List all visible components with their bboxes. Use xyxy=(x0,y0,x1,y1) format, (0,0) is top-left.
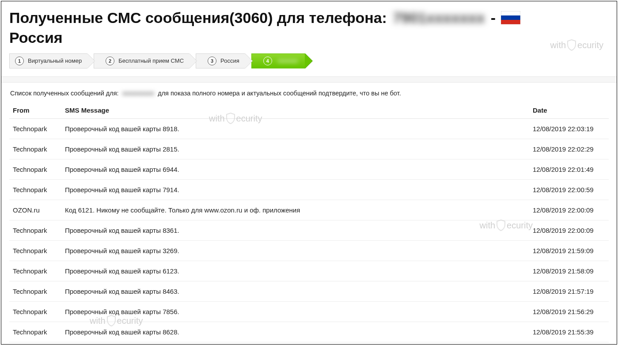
cell-date: 12/08/2019 22:00:59 xyxy=(529,179,609,200)
cell-message: Проверочный код вашей карты 3269. xyxy=(61,240,529,261)
cell-message: Проверочный код вашей карты 8361. xyxy=(61,220,529,240)
cell-date: 12/08/2019 22:03:19 xyxy=(529,118,609,139)
breadcrumb-step-label: Бесплатный прием СМС xyxy=(118,57,184,64)
title-country: Россия xyxy=(9,29,63,46)
table-row: TechnoparkПроверочный код вашей карты 32… xyxy=(9,240,609,261)
cell-date: 12/08/2019 21:59:09 xyxy=(529,240,609,261)
table-row: OZON.ruКод 6121. Никому не сообщайте. То… xyxy=(9,200,609,220)
svg-rect-1 xyxy=(501,15,520,20)
cell-from: Technopark xyxy=(9,322,61,342)
cell-date: 12/08/2019 21:57:19 xyxy=(529,281,609,301)
table-row: TechnoparkПроверочный код вашей карты 83… xyxy=(9,220,609,240)
cell-date: 12/08/2019 21:58:09 xyxy=(529,261,609,281)
table-row: TechnoparkПроверочный код вашей карты 28… xyxy=(9,139,609,159)
table-row: TechnoparkПроверочный код вашей карты 89… xyxy=(9,118,609,139)
breadcrumb-step-label-blurred: xxxxxxx xyxy=(276,57,300,64)
breadcrumb-step-number: 1 xyxy=(15,57,24,65)
notice-number-blurred: xxxxxxxxxx xyxy=(121,90,156,97)
cell-from: Technopark xyxy=(9,179,61,200)
cell-message: Проверочный код вашей карты 8628. xyxy=(61,322,529,342)
breadcrumb-step-2[interactable]: 2 Бесплатный прием СМС xyxy=(94,53,190,68)
cell-from: Technopark xyxy=(9,220,61,240)
notice-suffix: для показа полного номера и актуальных с… xyxy=(158,90,401,97)
cell-message: Проверочный код вашей карты 6944. xyxy=(61,159,529,179)
notice-text: Список полученных сообщений для: xxxxxxx… xyxy=(9,86,609,102)
notice-prefix: Список полученных сообщений для: xyxy=(10,90,121,97)
title-sep: - xyxy=(491,9,500,26)
table-header-row: From SMS Message Date xyxy=(9,102,609,119)
breadcrumb-step-number: 3 xyxy=(208,57,216,65)
breadcrumb-step-3[interactable]: 3 Россия xyxy=(196,53,245,68)
cell-message: Проверочный код вашей карты 8918. xyxy=(61,118,529,139)
table-row: TechnoparkПроверочный код вашей карты 78… xyxy=(9,301,609,322)
breadcrumb-step-label: Россия xyxy=(220,57,239,64)
breadcrumb: 1 Виртуальный номер 2 Бесплатный прием С… xyxy=(9,53,609,68)
breadcrumb-step-4[interactable]: 4 xxxxxxx xyxy=(251,53,306,68)
cell-date: 12/08/2019 21:55:39 xyxy=(529,322,609,342)
cell-date: 12/08/2019 22:02:29 xyxy=(529,139,609,159)
table-row: TechnoparkПроверочный код вашей карты 79… xyxy=(9,179,609,200)
cell-message: Проверочный код вашей карты 6123. xyxy=(61,261,529,281)
cell-message: Проверочный код вашей карты 2815. xyxy=(61,139,529,159)
cell-from: Technopark xyxy=(9,240,61,261)
cell-from: Technopark xyxy=(9,261,61,281)
phone-number-blurred: 7901xxxxxxx xyxy=(391,8,486,27)
table-row: TechnoparkПроверочный код вашей карты 69… xyxy=(9,159,609,179)
cell-from: Technopark xyxy=(9,159,61,179)
breadcrumb-step-number: 4 xyxy=(263,57,272,65)
page-title: Полученные СМС сообщения(3060) для телеф… xyxy=(9,8,609,47)
cell-from: Technopark xyxy=(9,301,61,322)
cell-from: Technopark xyxy=(9,281,61,301)
sms-table: From SMS Message Date TechnoparkПровероч… xyxy=(9,102,609,342)
cell-from: OZON.ru xyxy=(9,200,61,220)
col-header-date: Date xyxy=(529,102,609,119)
cell-date: 12/08/2019 21:56:29 xyxy=(529,301,609,322)
breadcrumb-step-1[interactable]: 1 Виртуальный номер xyxy=(9,53,87,68)
section-divider xyxy=(1,76,617,83)
breadcrumb-step-number: 2 xyxy=(106,57,114,65)
flag-russia-icon xyxy=(501,10,520,29)
col-header-message: SMS Message xyxy=(61,102,529,119)
cell-message: Код 6121. Никому не сообщайте. Только дл… xyxy=(61,200,529,220)
cell-from: Technopark xyxy=(9,118,61,139)
table-row: TechnoparkПроверочный код вашей карты 86… xyxy=(9,322,609,342)
table-row: TechnoparkПроверочный код вашей карты 84… xyxy=(9,281,609,301)
cell-message: Проверочный код вашей карты 7856. xyxy=(61,301,529,322)
cell-date: 12/08/2019 22:00:09 xyxy=(529,200,609,220)
col-header-from: From xyxy=(9,102,61,119)
cell-message: Проверочный код вашей карты 7914. xyxy=(61,179,529,200)
page-container: Полученные СМС сообщения(3060) для телеф… xyxy=(1,1,617,345)
cell-date: 12/08/2019 22:00:09 xyxy=(529,220,609,240)
cell-from: Technopark xyxy=(9,139,61,159)
table-row: TechnoparkПроверочный код вашей карты 61… xyxy=(9,261,609,281)
breadcrumb-step-label: Виртуальный номер xyxy=(28,57,82,64)
cell-date: 12/08/2019 22:01:49 xyxy=(529,159,609,179)
svg-rect-0 xyxy=(501,11,520,15)
title-prefix: Полученные СМС сообщения(3060) для телеф… xyxy=(9,9,391,26)
svg-rect-2 xyxy=(501,20,520,24)
cell-message: Проверочный код вашей карты 8463. xyxy=(61,281,529,301)
